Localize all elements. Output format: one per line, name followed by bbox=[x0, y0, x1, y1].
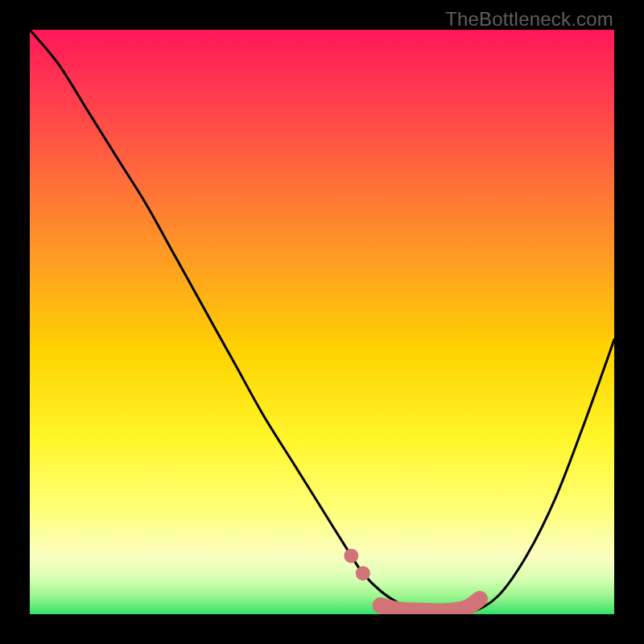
curve-marker-dot bbox=[344, 548, 358, 563]
gradient-background bbox=[30, 30, 614, 614]
attribution-label: TheBottleneck.com bbox=[445, 8, 613, 31]
plot-area bbox=[30, 30, 614, 614]
chart-svg bbox=[30, 30, 614, 614]
curve-marker-dot bbox=[356, 566, 370, 580]
